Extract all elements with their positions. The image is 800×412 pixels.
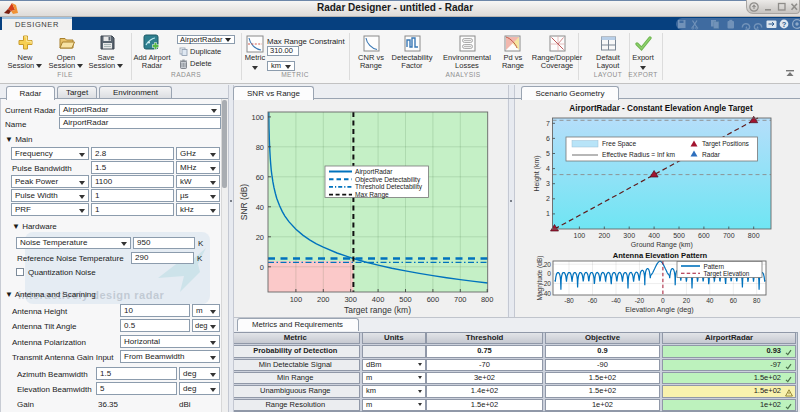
svg-text:20: 20 bbox=[544, 261, 552, 268]
svg-text:-20: -20 bbox=[541, 280, 551, 287]
svg-text:700: 700 bbox=[723, 232, 735, 239]
svg-text:Height (km): Height (km) bbox=[533, 155, 541, 191]
svg-text:400: 400 bbox=[372, 295, 385, 304]
svg-text:40: 40 bbox=[256, 203, 264, 212]
svg-text:Effective Radius = Inf km: Effective Radius = Inf km bbox=[602, 151, 675, 158]
svg-text:Ground Range (km): Ground Range (km) bbox=[631, 241, 693, 249]
svg-text:600: 600 bbox=[698, 232, 710, 239]
svg-text:5: 5 bbox=[546, 150, 550, 157]
svg-text:Elevation Angle (deg): Elevation Angle (deg) bbox=[625, 305, 693, 314]
svg-text:500: 500 bbox=[399, 295, 412, 304]
svg-text:Free Space: Free Space bbox=[602, 140, 636, 148]
svg-text:Target range (km): Target range (km) bbox=[344, 305, 411, 315]
svg-text:300: 300 bbox=[623, 232, 635, 239]
svg-text:500: 500 bbox=[673, 232, 685, 239]
svg-text:300: 300 bbox=[344, 295, 357, 304]
svg-text:1: 1 bbox=[546, 210, 550, 217]
svg-text:400: 400 bbox=[648, 232, 660, 239]
svg-text:-40: -40 bbox=[541, 290, 551, 297]
svg-text:6: 6 bbox=[546, 135, 550, 142]
svg-text:0: 0 bbox=[661, 297, 665, 304]
svg-text:SNR (dB): SNR (dB) bbox=[239, 184, 249, 221]
svg-text:Radar: Radar bbox=[702, 151, 721, 158]
svg-text:800: 800 bbox=[748, 232, 760, 239]
svg-text:40: 40 bbox=[706, 297, 714, 304]
svg-text:700: 700 bbox=[454, 295, 467, 304]
svg-text:-60: -60 bbox=[588, 297, 598, 304]
svg-text:20: 20 bbox=[683, 297, 691, 304]
svg-text:-80: -80 bbox=[564, 297, 574, 304]
svg-text:0: 0 bbox=[260, 263, 264, 272]
svg-text:AirportRadar - Constant Elevat: AirportRadar - Constant Elevation Angle … bbox=[569, 104, 753, 113]
svg-text:80: 80 bbox=[753, 297, 761, 304]
svg-text:?: ? bbox=[782, 20, 787, 29]
svg-text:80: 80 bbox=[256, 143, 264, 152]
svg-text:Antenna Elevation Pattern: Antenna Elevation Pattern bbox=[613, 251, 708, 260]
svg-text:600: 600 bbox=[427, 295, 440, 304]
svg-text:Target Positions: Target Positions bbox=[702, 140, 750, 148]
svg-text:7: 7 bbox=[546, 120, 550, 127]
svg-text:100: 100 bbox=[574, 232, 586, 239]
svg-text:200: 200 bbox=[317, 295, 330, 304]
svg-text:800: 800 bbox=[481, 295, 494, 304]
svg-text:2: 2 bbox=[546, 195, 550, 202]
svg-text:20: 20 bbox=[256, 233, 264, 242]
svg-text:4: 4 bbox=[546, 165, 550, 172]
svg-text:-20: -20 bbox=[635, 297, 645, 304]
svg-text:60: 60 bbox=[730, 297, 738, 304]
svg-text:200: 200 bbox=[598, 232, 610, 239]
svg-text:100: 100 bbox=[290, 295, 303, 304]
svg-text:3: 3 bbox=[546, 180, 550, 187]
svg-text:100: 100 bbox=[251, 113, 264, 122]
svg-text:0: 0 bbox=[547, 270, 551, 277]
svg-text:Max Range: Max Range bbox=[355, 191, 389, 199]
svg-text:Target Elevation: Target Elevation bbox=[704, 270, 750, 278]
svg-text:60: 60 bbox=[256, 173, 264, 182]
svg-text:Magnitude (dB): Magnitude (dB) bbox=[536, 255, 544, 300]
svg-text:-40: -40 bbox=[611, 297, 621, 304]
svg-text:Pattern: Pattern bbox=[704, 263, 725, 270]
